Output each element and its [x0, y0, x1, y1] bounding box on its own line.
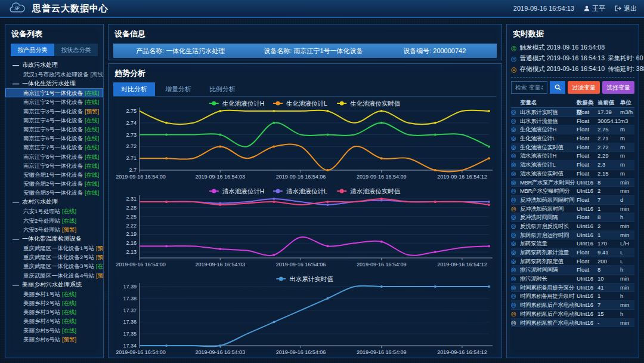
target-icon[interactable]: ◎ [511, 187, 520, 195]
target-icon[interactable]: ◎ [511, 310, 520, 318]
variable-row[interactable]: ◎ 排污泥时间间隔 Float 8 h [511, 266, 634, 275]
variable-row[interactable]: ◎ 出水累计实时值 Float 17.39 m3/h [511, 108, 634, 117]
variable-row[interactable]: ◎ MBR产水空曝时间分 UInt16 2 min [511, 187, 634, 196]
device-item[interactable]: 安徽合肥3号一体化设备 [在线] [5, 188, 103, 197]
logout-button[interactable]: 退出 [615, 4, 637, 13]
target-icon[interactable]: ◎ [511, 152, 520, 160]
device-item[interactable]: 南京江宁4号一体化设备 [在线] [5, 116, 103, 125]
variable-row[interactable]: ◎ 时间累积备用提升泵分 UInt16 41 min [511, 284, 634, 293]
realtime-title: 实时数据 [511, 24, 634, 42]
variable-row[interactable]: ◎ MBR产水泵产水时间分 UInt16 8 min [511, 179, 634, 187]
target-icon[interactable]: ◎ [511, 266, 520, 274]
legend-item[interactable]: 生化池液位实时值 [337, 100, 401, 107]
user-menu[interactable]: 王平 [584, 4, 605, 13]
variable-row[interactable]: ◎ 清水池液位实时值 Float 2.15 m [511, 170, 634, 179]
device-item[interactable]: 重庆武隆区一体化设备2号站 [预警] [5, 253, 103, 262]
device-item[interactable]: 美丽乡村4号站 [在线] [5, 316, 103, 325]
tree-group[interactable]: —农村污水处理 [5, 197, 103, 207]
target-icon[interactable]: ◎ [511, 257, 520, 266]
device-item[interactable]: 六安1号处理站 [在线] [5, 207, 103, 216]
tree-group[interactable]: —市政污水处理 [5, 60, 103, 70]
variable-row[interactable]: ◎ 生化池液位计H Float 2.75 m [511, 125, 634, 134]
device-item[interactable]: 南京江宁8号一体化设备 [在线] [5, 152, 103, 161]
legend-item[interactable]: 清水池液位计L [273, 187, 327, 195]
sidebar-tab-by-status[interactable]: 按状态分类 [54, 44, 98, 56]
device-item[interactable]: 安徽合肥1号一体化设备 [在线] [5, 170, 103, 179]
device-item[interactable]: 南京江宁6号一体化设备 [在线] [5, 134, 103, 143]
target-icon[interactable]: ◎ [511, 222, 520, 230]
device-item[interactable]: 安徽合肥2号一体化设备 [在线] [5, 179, 103, 188]
device-item[interactable]: 美丽乡村5号站 [在线] [5, 326, 103, 335]
target-icon[interactable]: ◎ [511, 231, 520, 239]
device-item[interactable]: 美丽乡村1号站 [在线] [5, 290, 103, 299]
tree-group[interactable]: —美丽乡村污水处理系统 [5, 280, 103, 290]
target-icon[interactable]: ◎ [511, 292, 520, 300]
target-icon[interactable]: ◎ [511, 319, 520, 327]
target-icon[interactable]: ◎ [511, 301, 520, 309]
device-item[interactable]: 美丽乡村6号站 [预警] [5, 335, 103, 344]
target-icon[interactable]: ◎ [511, 205, 520, 213]
legend-item[interactable]: 清水池液位实时值 [337, 187, 401, 195]
variable-row[interactable]: ◎ 时间累积泵后产水电动阀分 UInt16 7 min [511, 301, 634, 310]
variable-row[interactable]: ◎ 加药泵开启运行时间 UInt16 1 min [511, 231, 634, 240]
target-icon[interactable]: ◎ [511, 170, 520, 178]
target-icon[interactable]: ◎ [511, 275, 520, 283]
variable-row[interactable]: ◎ 时间累积泵前产水电动阀分 UInt16 - min [511, 319, 634, 328]
device-item[interactable]: 六安3号处理站 [预警] [5, 225, 103, 234]
tree-group[interactable]: —一体化带温度检测设备 [5, 234, 103, 244]
variable-row[interactable]: ◎ 加药泵药剂限定值 Float 200 L [511, 257, 634, 266]
target-icon[interactable]: ◎ [511, 134, 520, 143]
variable-row[interactable]: ◎ 时间累积备用提升泵时 UInt16 1 h [511, 292, 634, 301]
variable-row[interactable]: ◎ 生化池液位实时值 Float 2.72 m [511, 143, 634, 152]
target-icon[interactable]: ◎ [511, 108, 520, 116]
variable-row[interactable]: ◎ 生化池液位计L Float 2.71 m [511, 134, 634, 143]
search-input[interactable] [511, 81, 547, 94]
device-item[interactable]: 南京江宁5号一体化设备 [在线] [5, 125, 103, 134]
target-icon[interactable]: ◎ [511, 284, 520, 292]
legend-item[interactable]: 清水池液位计H [209, 187, 265, 195]
variable-row[interactable]: ◎ 反洗泵开启反洗时长 UInt16 2 min [511, 222, 634, 231]
device-item[interactable]: 武汉1号市政污水处理设备 [离线] [5, 70, 103, 79]
variable-row[interactable]: ◎ 清水池液位计H Float 2.29 m [511, 152, 634, 161]
target-icon[interactable]: ◎ [511, 196, 520, 204]
variable-row[interactable]: ◎ 加药泵药剂累计流量 Float 9.41 L [511, 248, 634, 257]
sidebar-tab-by-product[interactable]: 按产品分类 [11, 44, 54, 56]
tab-ratio-analysis[interactable]: 比例分析 [202, 82, 243, 96]
target-icon[interactable]: ◎ [511, 213, 520, 222]
device-item[interactable]: 南京江宁1号一体化设备 [在线] [5, 88, 103, 97]
device-item[interactable]: 美丽乡村3号站 [在线] [5, 307, 103, 316]
variable-row[interactable]: ◎ 反冲洗加药泵间隔时间 Float 7 d [511, 196, 634, 205]
target-icon[interactable]: ◎ [511, 161, 520, 169]
device-item[interactable]: 重庆武隆区一体化设备4号站 [预警] [5, 271, 103, 280]
device-item[interactable]: 南京江宁7号一体化设备 [在线] [5, 143, 103, 152]
device-item[interactable]: 重庆武隆区一体化设备3号站 [在线] [5, 262, 103, 270]
target-icon[interactable]: ◎ [511, 179, 520, 187]
variable-row[interactable]: ◎ 反冲洗时间间隔 Float 8 h [511, 213, 634, 222]
tree-group[interactable]: —一体化生活污水处理 [5, 79, 103, 88]
device-item[interactable]: 南京江宁9号一体化设备 [在线] [5, 161, 103, 170]
device-item[interactable]: 六安2号处理站 [在线] [5, 216, 103, 225]
target-icon[interactable]: ◎ [511, 143, 520, 152]
variable-row[interactable]: ◎ 出水累计流量值 Float 30054.13 m3 [511, 117, 634, 126]
variable-row[interactable]: ◎ 时间累积泵后产水电动阀时 UInt16 15 h [511, 310, 634, 319]
select-variable-button[interactable]: 选择变量 [602, 81, 634, 94]
target-icon[interactable]: ◎ [511, 248, 520, 257]
target-icon[interactable]: ◎ [511, 125, 520, 134]
device-item[interactable]: 南京江宁3号一体化设备 [预警] [5, 107, 103, 116]
target-icon[interactable]: ◎ [511, 239, 520, 248]
variable-row[interactable]: ◎ 排污泥时长 UInt16 10 min [511, 275, 634, 284]
filter-variable-button[interactable]: 过滤变量 [568, 81, 600, 94]
tab-increment-analysis[interactable]: 增量分析 [157, 82, 199, 96]
device-item[interactable]: 重庆武隆区一体化设备1号站 [预警] [5, 244, 103, 253]
target-icon[interactable]: ◎ [511, 117, 520, 125]
device-item[interactable]: 美丽乡村2号站 [在线] [5, 299, 103, 307]
legend-item[interactable]: 出水累计实时值 [276, 275, 333, 282]
legend-item[interactable]: 生化池液位计L [273, 100, 327, 107]
device-item[interactable]: 南京江宁2号一体化设备 [在线] [5, 97, 103, 106]
legend-item[interactable]: 生化池液位计H [209, 100, 265, 107]
tab-compare-analysis[interactable]: 对比分析 [113, 82, 155, 96]
search-button[interactable] [550, 81, 565, 94]
variable-row[interactable]: ◎ 清水池液位计L Float 2.3 m [511, 161, 634, 170]
variable-row[interactable]: ◎ 反冲洗加药泵时间 UInt16 1 min [511, 205, 634, 214]
variable-row[interactable]: ◎ 加药泵流量 UInt16 170 L/H [511, 239, 634, 248]
